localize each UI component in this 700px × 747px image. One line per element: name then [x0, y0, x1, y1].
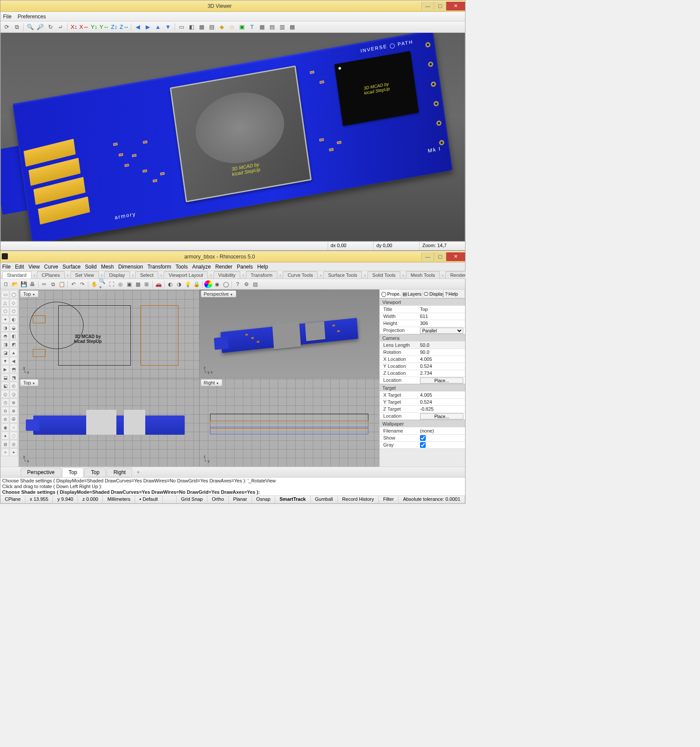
cmdtab-surface-tools[interactable]: Surface Tools — [323, 271, 362, 279]
toggle-osnap[interactable]: Osnap — [252, 496, 275, 503]
cmdtab-curve-tools[interactable]: Curve Tools — [283, 271, 318, 279]
help-icon[interactable]: ? — [234, 280, 242, 288]
close-button[interactable]: ✕ — [446, 2, 465, 10]
tool-icon[interactable]: ⊗ — [10, 407, 18, 415]
axis-y-icon[interactable]: Y↕ — [90, 23, 98, 31]
wallpaper-show-checkbox[interactable] — [420, 435, 426, 441]
maximize-button[interactable]: ▢ — [434, 252, 446, 261]
viewport-perspective[interactable]: Perspective z└ y x — [200, 290, 380, 378]
menu-edit[interactable]: Edit — [15, 264, 24, 270]
camera-place-button[interactable]: Place... — [420, 377, 463, 384]
maximize-button[interactable]: ▢ — [434, 2, 446, 10]
render-icon[interactable] — [204, 280, 212, 288]
tool-icon[interactable]: ⬔ — [10, 374, 18, 381]
menu-transform[interactable]: Transform — [147, 264, 171, 270]
axis-xneg-icon[interactable]: X↔ — [80, 23, 88, 31]
tool-icon[interactable]: ◵ — [1, 390, 9, 398]
props-icon[interactable]: ▤ — [251, 280, 259, 288]
zoom-icon[interactable]: 🔍+ — [99, 280, 107, 288]
command-input[interactable] — [260, 489, 463, 495]
panel-tab-layers[interactable]: ▤ Layers — [401, 290, 423, 298]
3d-viewport[interactable]: 3D MCAD bykicad StepUp 3D MCAD bykicad S… — [0, 33, 465, 241]
menu-curve[interactable]: Curve — [44, 264, 58, 270]
tool-icon[interactable]: ◑ — [1, 324, 9, 332]
grid1-icon[interactable]: ▦ — [258, 23, 266, 31]
axis-yneg-icon[interactable]: Y↔ — [100, 23, 108, 31]
status-layer[interactable]: ▪ Default — [135, 496, 163, 503]
vptab-top[interactable]: Top — [62, 468, 84, 477]
zoom-in-icon[interactable]: 🔍 — [26, 23, 35, 31]
vptab-perspective[interactable]: Perspective — [21, 468, 61, 477]
tool-icon[interactable]: ⦿ — [10, 415, 18, 423]
viewport-label[interactable]: Top — [20, 379, 38, 386]
options-icon[interactable]: ⚙ — [242, 280, 250, 288]
menu-view[interactable]: View — [28, 264, 40, 270]
viewport-right[interactable]: Right z└ y — [200, 378, 380, 467]
tool-icon[interactable]: ● — [1, 432, 9, 440]
hide-icon[interactable]: ◐ — [166, 280, 174, 288]
copy-icon[interactable]: ⧉ — [49, 280, 57, 288]
copy-icon[interactable]: ⧉ — [12, 23, 21, 31]
undo-icon[interactable]: ↶ — [70, 280, 77, 288]
target-place-button[interactable]: Place... — [420, 413, 463, 419]
grid3-icon[interactable]: ▥ — [278, 23, 287, 31]
tool-icon[interactable]: ◀ — [10, 357, 18, 365]
grid4-icon[interactable]: ▩ — [288, 23, 297, 31]
tool-icon[interactable]: ◷ — [1, 398, 9, 406]
cmdtab-visibility[interactable]: Visibility — [214, 271, 241, 279]
move-left-icon[interactable]: ◀ — [133, 23, 142, 31]
grid2-icon[interactable]: ▤ — [268, 23, 276, 31]
cmdtab-display[interactable]: Display — [104, 271, 130, 279]
tool-icon[interactable]: ▶ — [1, 365, 9, 373]
zoom-ex-icon[interactable]: ▣ — [125, 280, 133, 288]
tool-icon[interactable]: ◉ — [1, 423, 9, 431]
tool-icon[interactable]: ◍ — [1, 440, 9, 448]
menu-analyze[interactable]: Analyze — [192, 264, 211, 270]
tool-icon[interactable]: ◎ — [10, 440, 18, 448]
tool-icon[interactable]: ◶ — [10, 390, 18, 398]
cmdtab-mesh-tools[interactable]: Mesh Tools — [406, 271, 440, 279]
toggle-planar[interactable]: Planar — [229, 496, 252, 503]
save-icon[interactable]: 💾 — [20, 280, 28, 288]
tool-icon[interactable]: ◇ — [10, 299, 18, 307]
vptab-right[interactable]: Right — [107, 468, 132, 477]
vptab-top[interactable]: Top — [84, 468, 106, 477]
tool-icon[interactable]: ▲ — [10, 349, 18, 356]
wallpaper-gray-checkbox[interactable] — [420, 442, 426, 448]
tool-icon[interactable]: ◐ — [10, 315, 18, 323]
new-icon[interactable]: 🗋 — [2, 280, 10, 288]
tool-icon[interactable]: ◴ — [10, 382, 18, 390]
viewport-top-left[interactable]: Top 3D MCAD bykicad StepUp y└ x — [19, 290, 199, 378]
open-icon[interactable]: 📂 — [11, 280, 19, 288]
car-icon[interactable]: 🚗 — [154, 280, 162, 288]
text-icon[interactable]: T — [248, 23, 256, 31]
viewport-label[interactable]: Top — [20, 290, 38, 297]
zoom-fit-icon[interactable]: ⛶ — [108, 280, 116, 288]
toggle-smarttrack[interactable]: SmartTrack — [275, 496, 311, 503]
tool-icon[interactable]: ○ — [10, 423, 18, 431]
tool-icon[interactable]: ◒ — [10, 324, 18, 332]
tool-icon[interactable]: ◯ — [10, 290, 18, 298]
menu-help[interactable]: Help — [257, 264, 268, 270]
status-units[interactable]: Millimeters — [103, 496, 135, 503]
cube-icon[interactable]: ◧ — [187, 23, 196, 31]
tool-icon[interactable]: ◩ — [10, 340, 18, 348]
redo-icon[interactable]: ↷ — [78, 280, 86, 288]
paste-icon[interactable]: 📋 — [58, 280, 66, 288]
tool-icon[interactable]: ⬒ — [10, 365, 18, 373]
panel-tab-display[interactable]: 🖵 Display — [423, 290, 444, 298]
cmdtab-viewport-layout[interactable]: Viewport Layout — [164, 271, 208, 279]
toggle-filter[interactable]: Filter — [379, 496, 399, 503]
tool-icon[interactable]: △ — [1, 299, 9, 307]
close-button[interactable]: ✕ — [446, 252, 465, 261]
toggle-gumball[interactable]: Gumball — [311, 496, 338, 503]
toggle-record-history[interactable]: Record History — [338, 496, 379, 503]
print-icon[interactable]: 🖶 — [28, 280, 36, 288]
menu-surface[interactable]: Surface — [63, 264, 80, 270]
tool-icon[interactable]: ⬡ — [10, 307, 18, 315]
bulb-icon[interactable]: 💡 — [184, 280, 192, 288]
menu-panels[interactable]: Panels — [237, 264, 253, 270]
menu-solid[interactable]: Solid — [85, 264, 97, 270]
cmdtab-transform[interactable]: Transform — [246, 271, 277, 279]
zoom-sel-icon[interactable]: ◎ — [116, 280, 124, 288]
